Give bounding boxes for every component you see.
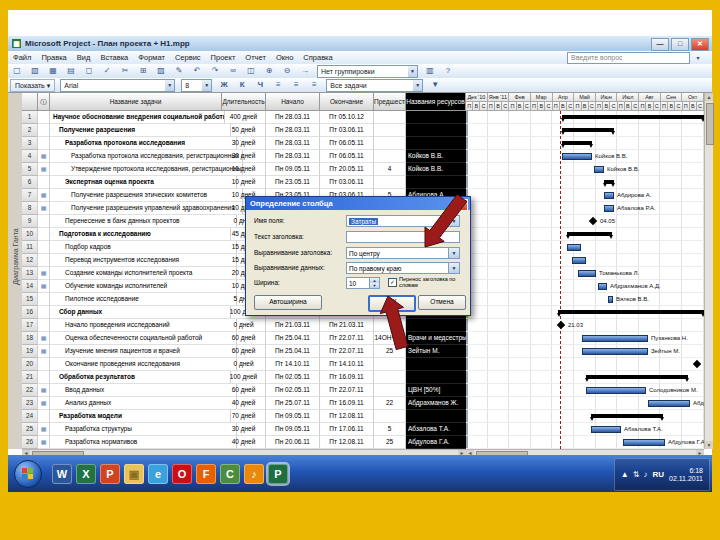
indicator-cell[interactable] — [38, 228, 50, 241]
menu-item[interactable]: Вид — [72, 51, 96, 64]
resource-cell[interactable]: Зейтын М. — [406, 345, 468, 358]
print-icon[interactable]: ▤ — [63, 64, 79, 78]
timescale-day[interactable]: С — [654, 102, 661, 111]
indicator-cell[interactable] — [38, 137, 50, 150]
gantt-summary-bar[interactable] — [562, 128, 614, 132]
start-cell[interactable]: Пн 25.04.11 — [266, 332, 320, 345]
predecessor-cell[interactable] — [374, 137, 406, 150]
chevron-down-icon[interactable]: ▼ — [165, 80, 174, 91]
duration-cell[interactable]: 50 дней — [222, 124, 266, 137]
timescale-day[interactable]: В — [473, 102, 480, 111]
task-name-cell[interactable]: Разработка модели — [50, 410, 231, 423]
italic-button[interactable]: К — [234, 78, 250, 92]
start-cell[interactable]: Пн 02.05.11 — [266, 371, 320, 384]
task-name-cell[interactable]: Научное обоснование внедрения социальной… — [50, 111, 225, 124]
spelling-icon[interactable]: ✓ — [99, 64, 115, 78]
timescale-month[interactable]: Май — [574, 93, 596, 102]
timescale-day[interactable]: В — [560, 102, 567, 111]
predecessor-cell[interactable]: 22 — [374, 397, 406, 410]
copy-icon[interactable]: ⊞ — [135, 64, 151, 78]
undo-icon[interactable]: ↶ — [189, 64, 205, 78]
open-icon[interactable]: ▧ — [27, 64, 43, 78]
clock[interactable]: 6:18 02.11.2011 — [669, 467, 703, 483]
gantt-task-bar[interactable] — [604, 205, 614, 212]
resource-cell[interactable]: Врачи и медсестры — [406, 332, 468, 345]
row-number[interactable]: 13 — [22, 267, 38, 280]
timescale-day[interactable]: П — [553, 102, 560, 111]
start-cell[interactable]: Пт 14.10.11 — [266, 358, 320, 371]
row-number[interactable]: 15 — [22, 293, 38, 306]
duration-cell[interactable]: 40 дней — [222, 436, 266, 449]
gantt-summary-bar[interactable] — [558, 310, 704, 314]
finish-cell[interactable]: Пн 21.03.11 — [320, 319, 374, 332]
predecessor-cell[interactable]: 25 — [374, 345, 406, 358]
indicator-cell[interactable]: ▦ — [38, 423, 50, 436]
task-name-cell[interactable]: Изучение мнения пациентов и врачей — [50, 345, 237, 358]
menu-item[interactable]: Отчет — [240, 51, 271, 64]
row-number[interactable]: 14 — [22, 280, 38, 293]
vertical-scrollbar[interactable]: ▲ ▼ — [704, 93, 713, 449]
finish-cell[interactable]: Пт 05.10.12 — [320, 111, 374, 124]
row-number[interactable]: 4 — [22, 150, 38, 163]
indicator-cell[interactable] — [38, 241, 50, 254]
task-name-cell[interactable]: Начало проведения исследований — [50, 319, 237, 332]
row-number[interactable]: 20 — [22, 358, 38, 371]
go-to-task-icon[interactable]: → — [297, 64, 313, 78]
resource-cell[interactable]: ЦВН [50%] — [406, 384, 468, 397]
filter-combo[interactable]: Все задачи▼ — [326, 79, 423, 92]
header-align-combo[interactable]: По центру▼ — [346, 247, 460, 259]
resource-cell[interactable]: Койков В.В. — [406, 150, 468, 163]
row-number[interactable]: 1 — [22, 111, 38, 124]
finish-cell[interactable]: Пт 17.06.11 — [320, 423, 374, 436]
start-cell[interactable]: Пн 09.05.11 — [266, 410, 320, 423]
print-preview-icon[interactable]: ◻ — [81, 64, 97, 78]
task-name-cell[interactable]: Перевод инструментов исследования — [50, 254, 237, 267]
resource-cell[interactable] — [406, 137, 468, 150]
resource-cell[interactable] — [406, 358, 468, 371]
timescale-month[interactable]: Сен — [661, 93, 683, 102]
zoom-in-icon[interactable]: ⊕ — [261, 64, 277, 78]
row-number[interactable]: 25 — [22, 423, 38, 436]
gantt-milestone[interactable] — [557, 321, 565, 329]
gantt-milestone[interactable] — [693, 360, 701, 368]
timescale-day[interactable]: В — [646, 102, 653, 111]
timescale-month[interactable]: Апр — [553, 93, 575, 102]
timescale-day[interactable]: С — [524, 102, 531, 111]
menu-item[interactable]: Файл — [8, 51, 36, 64]
timescale-day[interactable]: П — [488, 102, 495, 111]
gantt-task-bar[interactable] — [623, 439, 665, 446]
timescale-month[interactable]: Июн — [596, 93, 618, 102]
timescale-day[interactable]: П — [661, 102, 668, 111]
duration-cell[interactable]: 60 дней — [222, 384, 266, 397]
start-cell[interactable]: Пн 09.05.11 — [266, 423, 320, 436]
duration-cell[interactable]: 0 дней — [222, 319, 266, 332]
start-cell[interactable]: Пн 28.03.11 — [266, 124, 320, 137]
powerpoint-icon[interactable]: P — [100, 464, 120, 484]
predecessor-cell[interactable] — [374, 150, 406, 163]
autofilter-icon[interactable]: ▼ — [427, 78, 443, 92]
group-combo[interactable]: Нет группировки▼ — [317, 65, 418, 78]
chevron-down-icon[interactable]: ▼ — [448, 216, 459, 226]
start-cell[interactable]: Пн 23.05.11 — [266, 176, 320, 189]
timescale-day[interactable]: В — [668, 102, 675, 111]
timescale-day[interactable]: П — [466, 102, 473, 111]
gantt-summary-bar[interactable] — [591, 414, 663, 418]
firefox-icon[interactable]: F — [196, 464, 216, 484]
tray-volume-icon[interactable]: ♪ — [643, 470, 647, 479]
indicator-cell[interactable]: ▦ — [38, 436, 50, 449]
timescale-day[interactable]: В — [517, 102, 524, 111]
row-number[interactable]: 26 — [22, 436, 38, 449]
task-name-cell[interactable]: Пилотное исследование — [50, 293, 237, 306]
predecessor-cell[interactable] — [374, 111, 406, 124]
task-name-cell[interactable]: Разработка структуры — [50, 423, 237, 436]
column-header[interactable]: Предшественники — [374, 93, 406, 111]
row-number[interactable]: 8 — [22, 202, 38, 215]
menu-item[interactable]: Правка — [36, 51, 71, 64]
cut-icon[interactable]: ✂ — [117, 64, 133, 78]
row-number[interactable]: 24 — [22, 410, 38, 423]
indicator-cell[interactable] — [38, 371, 50, 384]
timescale-day[interactable]: С — [697, 102, 704, 111]
timescale-day[interactable]: В — [625, 102, 632, 111]
task-name-cell[interactable]: Получение разрешения управлений здравоох… — [50, 202, 243, 215]
timescale-day[interactable]: С — [632, 102, 639, 111]
